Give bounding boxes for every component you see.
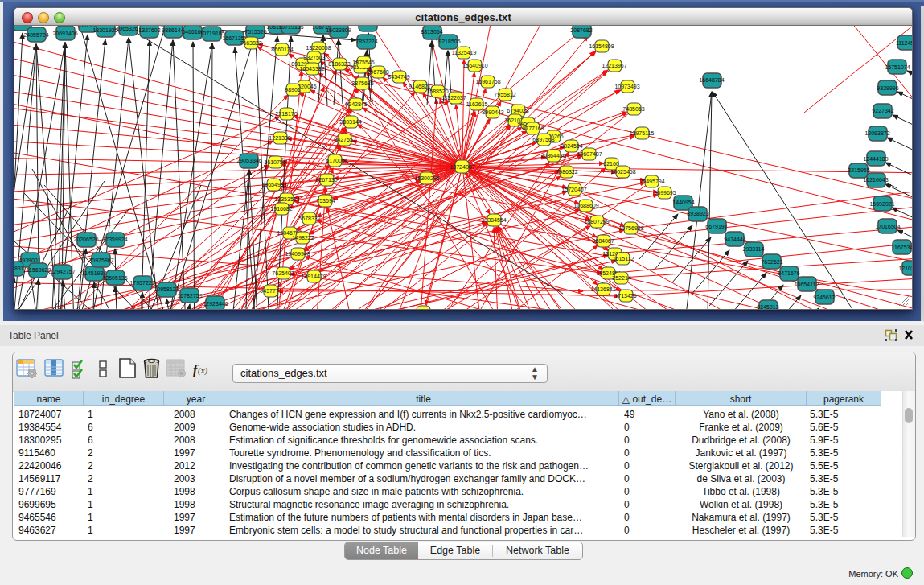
svg-text:1588520: 1588520 (426, 89, 448, 94)
svg-text:19409948: 19409948 (285, 251, 310, 257)
svg-text:62160: 62160 (603, 161, 619, 167)
svg-text:16033809: 16033809 (326, 27, 351, 33)
svg-text:14136841: 14136841 (590, 286, 615, 292)
svg-text:11325419: 11325419 (452, 50, 477, 56)
svg-text:(x): (x) (198, 365, 208, 376)
svg-text:7955812: 7955812 (494, 92, 515, 97)
svg-text:1615112: 1615112 (613, 256, 634, 262)
svg-text:24055724: 24055724 (23, 32, 48, 38)
svg-text:16961758: 16961758 (475, 79, 500, 84)
svg-text:16648784: 16648784 (699, 77, 724, 83)
svg-text:6679197: 6679197 (705, 224, 727, 229)
svg-text:98901: 98901 (285, 87, 301, 93)
svg-text:16543382: 16543382 (299, 66, 324, 72)
svg-text:10025458: 10025458 (610, 169, 635, 175)
svg-text:1440954: 1440954 (672, 200, 694, 205)
svg-text:2718170: 2718170 (275, 111, 297, 117)
svg-text:18301925: 18301925 (92, 27, 117, 33)
svg-text:15751074: 15751074 (885, 64, 910, 70)
svg-text:1713426: 1713426 (614, 293, 636, 299)
svg-text:1498222: 1498222 (292, 235, 314, 241)
svg-text:2967608: 2967608 (367, 69, 388, 75)
svg-text:10958127: 10958127 (154, 286, 179, 292)
svg-text:12093872: 12093872 (864, 130, 889, 136)
svg-text:10654112: 10654112 (795, 282, 819, 287)
svg-text:12353584: 12353584 (274, 196, 299, 202)
svg-text:16210643: 16210643 (863, 177, 888, 183)
svg-text:17359924: 17359924 (102, 237, 127, 242)
svg-text:8454749: 8454749 (388, 74, 409, 80)
svg-text:12942757: 12942757 (50, 269, 75, 274)
svg-text:12103450: 12103450 (898, 266, 912, 271)
svg-text:19654983: 19654983 (261, 182, 286, 187)
svg-text:3024554: 3024554 (561, 143, 582, 149)
svg-text:5678332: 5678332 (298, 216, 320, 221)
svg-text:9777169: 9777169 (522, 126, 544, 131)
svg-text:10719185: 10719185 (278, 26, 303, 30)
svg-text:7663822: 7663822 (240, 40, 261, 46)
svg-text:15720407: 15720407 (561, 187, 586, 192)
svg-text:7485063: 7485063 (622, 106, 644, 112)
svg-text:9886144: 9886144 (162, 27, 183, 33)
svg-text:19384554: 19384554 (481, 217, 506, 223)
svg-text:9227342: 9227342 (872, 108, 893, 113)
svg-text:2933114: 2933114 (743, 246, 765, 252)
svg-text:10973493: 10973493 (614, 84, 639, 89)
svg-text:1327602: 1327602 (138, 27, 160, 33)
svg-text:7515526: 7515526 (357, 26, 379, 27)
svg-text:7857224: 7857224 (355, 39, 377, 44)
svg-text:8990443: 8990443 (482, 109, 503, 115)
svg-text:12923446: 12923446 (203, 301, 228, 307)
svg-text:8471676: 8471676 (778, 270, 799, 276)
svg-text:29495794: 29495794 (639, 179, 664, 184)
svg-text:17016504: 17016504 (875, 224, 900, 229)
svg-text:2087682: 2087682 (570, 27, 592, 33)
svg-text:617006: 617006 (326, 158, 344, 163)
svg-text:9242845: 9242845 (345, 101, 367, 107)
svg-text:2803144: 2803144 (339, 119, 361, 125)
svg-text:20691406: 20691406 (52, 31, 77, 36)
svg-text:6897568: 6897568 (532, 137, 554, 142)
svg-text:7625402: 7625402 (272, 270, 294, 276)
svg-text:16154808: 16154808 (589, 43, 614, 49)
svg-text:10719185: 10719185 (199, 31, 224, 36)
svg-text:7632621: 7632621 (761, 259, 782, 265)
svg-text:8267130: 8267130 (315, 177, 337, 183)
svg-text:1853194: 1853194 (14, 26, 34, 27)
svg-text:13226058: 13226058 (306, 45, 331, 51)
svg-text:9327503: 9327503 (303, 55, 325, 60)
svg-text:20206526: 20206526 (73, 237, 98, 242)
svg-text:18807299: 18807299 (584, 219, 609, 225)
svg-text:8660124: 8660124 (271, 47, 293, 52)
svg-text:10607487: 10607487 (577, 151, 602, 157)
svg-text:252214: 252214 (612, 275, 630, 281)
svg-text:19218506: 19218506 (435, 39, 460, 44)
svg-text:753594: 753594 (316, 198, 335, 204)
svg-text:18724007: 18724007 (450, 164, 474, 170)
svg-text:9329996: 9329996 (877, 85, 898, 91)
svg-text:9245612: 9245612 (813, 295, 835, 300)
svg-text:8427552: 8427552 (334, 137, 355, 142)
svg-text:1875546: 1875546 (352, 60, 374, 65)
svg-text:9457771: 9457771 (260, 288, 281, 294)
svg-text:12213967: 12213967 (602, 63, 626, 68)
svg-text:11568629: 11568629 (27, 267, 51, 273)
svg-text:18300295: 18300295 (414, 175, 439, 181)
svg-text:7986322: 7986322 (556, 169, 577, 175)
svg-text:391831: 391831 (14, 266, 24, 271)
svg-text:29053346: 29053346 (236, 158, 261, 163)
svg-text:8938923: 8938923 (687, 211, 708, 216)
svg-text:1162615: 1162615 (466, 101, 488, 107)
svg-text:13505135: 13505135 (102, 275, 127, 281)
svg-text:10688609: 10688609 (573, 203, 598, 208)
svg-text:8813054: 8813054 (421, 29, 442, 35)
svg-text:15692921: 15692921 (869, 201, 894, 207)
svg-text:7515526: 7515526 (244, 29, 266, 35)
svg-text:10756928: 10756928 (618, 225, 643, 231)
svg-text:9245013: 9245013 (757, 304, 778, 309)
svg-text:9699695: 9699695 (654, 190, 676, 196)
svg-text:8186323: 8186323 (328, 61, 350, 67)
svg-text:9684067: 9684067 (592, 238, 614, 244)
svg-text:30975867: 30975867 (88, 257, 113, 263)
svg-text:9474444: 9474444 (724, 237, 745, 242)
